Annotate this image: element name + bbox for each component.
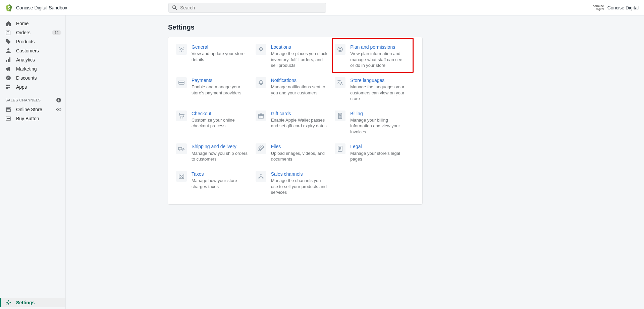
setting-title[interactable]: Checkout (192, 111, 249, 117)
setting-description: Customize your online checkout process (192, 117, 249, 129)
buybutton-icon (5, 116, 11, 122)
setting-title[interactable]: Files (271, 143, 328, 149)
setting-description: Manage your billing information and view… (350, 117, 407, 135)
setting-legal[interactable]: LegalManage your store's legal pages (335, 143, 414, 162)
gear-icon (5, 300, 11, 306)
gear-icon (176, 44, 187, 55)
setting-files[interactable]: FilesUpload images, videos, and document… (256, 143, 335, 162)
setting-billing[interactable]: BillingManage your billing information a… (335, 111, 414, 135)
setting-description: Manage the languages your customers can … (350, 84, 407, 102)
setting-title[interactable]: Plan and permissions (350, 44, 407, 50)
setting-title[interactable]: Shipping and delivery (192, 143, 249, 149)
setting-general[interactable]: GeneralView and update your store detail… (176, 44, 256, 69)
setting-description: View and update your store details (192, 51, 249, 62)
search-input[interactable] (180, 5, 322, 10)
sidebar-item-orders[interactable]: Orders12 (0, 28, 65, 37)
page-title: Settings (168, 24, 422, 31)
setting-description: Upload images, videos, and documents (271, 150, 328, 162)
sidebar-item-online_store[interactable]: Online Store (0, 105, 65, 114)
setting-title[interactable]: Taxes (192, 171, 249, 177)
setting-description: Manage notifications sent to you and you… (271, 84, 328, 96)
sidebar-item-label: Apps (16, 84, 27, 90)
sidebar-item-label: Orders (16, 30, 31, 35)
cart-icon (176, 111, 187, 121)
main-content: Settings GeneralView and update your sto… (66, 15, 644, 309)
sidebar-item-customers[interactable]: Customers (0, 46, 65, 55)
orders-icon (5, 30, 11, 36)
sidebar-item-apps[interactable]: Apps (0, 82, 65, 91)
analytics-icon (5, 57, 11, 63)
shopify-logo-icon (5, 4, 12, 11)
setting-notifications[interactable]: NotificationsManage notifications sent t… (256, 77, 335, 102)
setting-title[interactable]: Store languages (350, 77, 407, 83)
setting-payments[interactable]: PaymentsEnable and manage your store's p… (176, 77, 256, 102)
setting-title[interactable]: Billing (350, 111, 407, 117)
setting-title[interactable]: Legal (350, 143, 407, 149)
setting-title[interactable]: Notifications (271, 77, 328, 83)
account-menu[interactable]: concise digital Concise Digital (593, 5, 639, 11)
eye-icon[interactable] (56, 107, 61, 112)
setting-description: Manage your store's legal pages (350, 150, 407, 162)
setting-description: Enable and manage your store's payment p… (192, 84, 249, 96)
pin-icon (256, 44, 266, 55)
truck-icon (176, 143, 187, 154)
sidebar-item-label: Settings (16, 300, 35, 305)
store-icon (5, 106, 11, 113)
sidebar-item-label: Products (16, 39, 35, 44)
setting-title[interactable]: Gift cards (271, 111, 328, 117)
setting-checkout[interactable]: CheckoutCustomize your online checkout p… (176, 111, 256, 135)
sidebar-item-buy_button[interactable]: Buy Button (0, 114, 65, 123)
sidebar-item-analytics[interactable]: Analytics (0, 55, 65, 64)
percent-icon (176, 171, 187, 182)
setting-languages[interactable]: Store languagesManage the languages your… (335, 77, 414, 102)
gift-icon (256, 111, 266, 121)
search-box[interactable] (168, 3, 326, 13)
setting-title[interactable]: Locations (271, 44, 328, 50)
setting-giftcards[interactable]: Gift cardsEnable Apple Wallet passes and… (256, 111, 335, 135)
setting-description: Manage the places you stock inventory, f… (271, 51, 328, 69)
setting-title[interactable]: General (192, 44, 249, 50)
setting-title[interactable]: Payments (192, 77, 249, 83)
setting-description: Manage how you ship orders to customers (192, 150, 249, 162)
setting-plan[interactable]: Plan and permissionsView plan informatio… (335, 44, 414, 69)
setting-description: View plan information and manage what st… (350, 51, 407, 69)
settings-card: GeneralView and update your store detail… (168, 37, 422, 204)
paperclip-icon (256, 143, 266, 154)
setting-locations[interactable]: LocationsManage the places you stock inv… (256, 44, 335, 69)
sidebar-item-marketing[interactable]: Marketing (0, 64, 65, 73)
tag-icon (5, 39, 11, 45)
setting-title[interactable]: Sales channels (271, 171, 328, 177)
sidebar-item-settings[interactable]: Settings (0, 298, 65, 307)
sidebar-item-label: Marketing (16, 66, 37, 72)
search-icon (172, 5, 177, 10)
store-name: Concise Digital Sandbox (16, 5, 67, 10)
megaphone-icon (5, 66, 11, 72)
sales-channels-header: SALES CHANNELS (5, 98, 41, 102)
setting-description: Manage the channels you use to sell your… (271, 178, 328, 195)
setting-description: Enable Apple Wallet passes and set gift … (271, 117, 328, 129)
setting-shipping[interactable]: Shipping and deliveryManage how you ship… (176, 143, 256, 162)
sidebar: HomeOrders12ProductsCustomersAnalyticsMa… (0, 15, 66, 309)
sidebar-badge: 12 (52, 30, 61, 35)
translate-icon (335, 77, 345, 88)
sidebar-item-home[interactable]: Home (0, 19, 65, 28)
usercircle-icon (335, 44, 345, 55)
top-bar: Concise Digital Sandbox concise digital … (0, 0, 644, 15)
receipt-icon (335, 111, 345, 121)
setting-saleschannels[interactable]: Sales channelsManage the channels you us… (256, 171, 335, 195)
sidebar-item-label: Online Store (16, 107, 42, 112)
sidebar-item-discounts[interactable]: Discounts (0, 73, 65, 82)
sidebar-item-label: Discounts (16, 75, 37, 81)
sidebar-item-products[interactable]: Products (0, 37, 65, 46)
apps-icon (5, 84, 11, 90)
add-channel-icon[interactable] (56, 97, 61, 103)
setting-description: Manage how your store charges taxes (192, 178, 249, 189)
sidebar-item-label: Analytics (16, 57, 35, 62)
sidebar-item-label: Customers (16, 48, 39, 53)
bell-icon (256, 77, 266, 88)
account-logo: concise digital (593, 5, 604, 11)
setting-taxes[interactable]: TaxesManage how your store charges taxes (176, 171, 256, 195)
sidebar-item-label: Home (16, 21, 29, 26)
legal-icon (335, 143, 345, 154)
person-icon (5, 48, 11, 54)
